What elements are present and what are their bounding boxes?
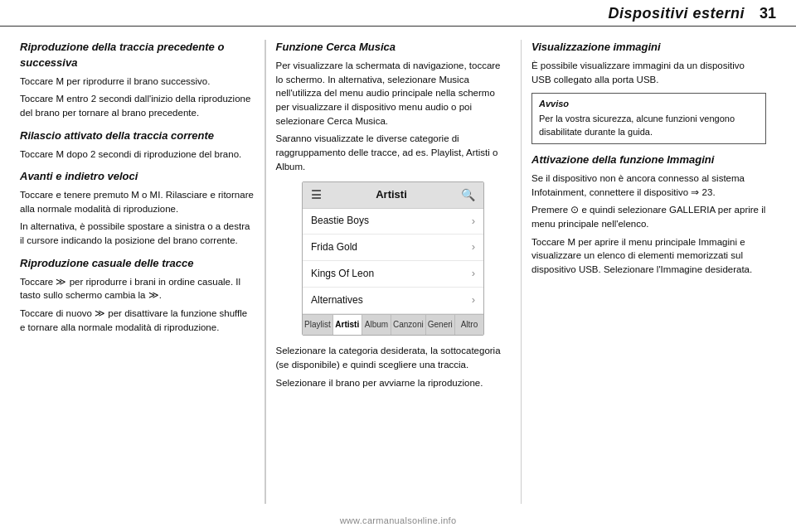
item-label: Beastie Boys xyxy=(311,214,369,228)
player-list: Beastie Boys › Frida Gold › Kings Of Leo… xyxy=(303,208,483,314)
col1-section2-heading: Rilascio attivato della traccia corrente xyxy=(20,128,255,144)
footer-text: www.carmanualsонline.info xyxy=(340,515,457,525)
chevron-right-icon: › xyxy=(472,266,475,282)
header-title: Dispositivi esterni xyxy=(608,5,745,22)
header-page-number: 31 xyxy=(760,5,776,22)
footer-watermark: www.carmanualsонline.info xyxy=(0,515,796,525)
col1-s3-p1: Toccare e tenere premuto M o MI. Rilasci… xyxy=(20,188,255,215)
page-header: Dispositivi esterni 31 xyxy=(0,0,796,27)
col3-section3-heading: Attivazione della funzione Immagini xyxy=(531,152,766,168)
tab-artisti[interactable]: Artisti xyxy=(333,315,362,336)
chevron-right-icon: › xyxy=(472,239,475,255)
col2-section1-heading: Funzione Cerca Musica xyxy=(276,40,511,56)
notice-label: Avviso xyxy=(539,98,759,111)
col1-section3-heading: Avanti e indietro veloci xyxy=(20,169,255,185)
list-item[interactable]: Kings Of Leon › xyxy=(303,261,483,288)
col3-s3-p3: Toccare M per aprire il menu principale … xyxy=(531,235,766,277)
col3-s3-p1: Se il dispositivo non è ancora connesso … xyxy=(531,172,766,199)
col2-after-p1: Selezionare la categoria desiderata, la … xyxy=(276,344,511,371)
player-screenshot: ☰ Artisti 🔍 Beastie Boys › Frida Gold › … xyxy=(302,181,484,336)
list-item[interactable]: Beastie Boys › xyxy=(303,209,483,235)
col1-section1-heading: Riproduzione della traccia precedente o … xyxy=(20,40,255,71)
main-content: Riproduzione della traccia precedente o … xyxy=(0,27,796,512)
col3-section1-heading: Visualizzazione immagini xyxy=(531,40,766,56)
list-item[interactable]: Frida Gold › xyxy=(303,235,483,261)
column-3: Visualizzazione immagini È possibile vis… xyxy=(522,40,776,504)
page-container: Dispositivi esterni 31 Riproduzione dell… xyxy=(0,0,796,532)
col2-after-p2: Selezionare il brano per avviarne la rip… xyxy=(276,376,511,390)
search-icon: 🔍 xyxy=(461,186,475,203)
col3-s1-p1: È possibile visualizzare immagini da un … xyxy=(531,59,766,86)
chevron-right-icon: › xyxy=(472,293,475,308)
col1-s2-p1: Toccare M dopo 2 secondi di riproduzione… xyxy=(20,148,255,162)
col2-s1-p2: Saranno visualizzate le diverse cate­gor… xyxy=(276,132,511,173)
col1-s4-p1: Toccare ≫ per riprodurre i brani in ordi… xyxy=(20,275,255,302)
chevron-right-icon: › xyxy=(472,214,475,230)
tab-playlist[interactable]: Playlist xyxy=(303,315,333,336)
item-label: Alternatives xyxy=(311,293,363,307)
col2-s1-p1: Per visualizzare la schermata di navi­ga… xyxy=(276,59,511,128)
player-tabs: Playlist Artisti Album Canzoni Generi Al… xyxy=(303,314,483,336)
tab-album[interactable]: Album xyxy=(362,315,391,336)
tab-generi[interactable]: Generi xyxy=(426,315,455,336)
item-label: Kings Of Leon xyxy=(311,267,374,281)
col1-s3-p2: In alternativa, è possibile spostare a s… xyxy=(20,220,255,247)
column-1: Riproduzione della traccia precedente o … xyxy=(20,40,265,504)
menu-icon: ☰ xyxy=(311,186,322,203)
notice-text: Per la vostra sicurezza, alcune funzioni… xyxy=(539,114,735,137)
player-header: ☰ Artisti 🔍 xyxy=(303,182,483,207)
col1-section4-heading: Riproduzione casuale delle tracce xyxy=(20,256,255,272)
tab-altro[interactable]: Altro xyxy=(455,315,483,336)
notice-box: Avviso Per la vostra sicurezza, alcune f… xyxy=(531,93,766,144)
tab-canzoni[interactable]: Canzoni xyxy=(391,315,426,336)
col3-s3-p2: Premere ⊙ e quindi selezionare GALLERIA … xyxy=(531,203,766,230)
col1-s1-p2: Toccare M entro 2 secondi dall'inizio de… xyxy=(20,92,255,119)
col1-s4-p2: Toccare di nuovo ≫ per disattivare la fu… xyxy=(20,307,255,334)
item-label: Frida Gold xyxy=(311,240,357,254)
player-header-label: Artisti xyxy=(376,187,407,203)
column-2: Funzione Cerca Musica Per visualizzare l… xyxy=(266,40,521,504)
list-item[interactable]: Alternatives › xyxy=(303,288,483,314)
col1-s1-p1: Toccare M per riprodurre il brano succes… xyxy=(20,75,255,89)
